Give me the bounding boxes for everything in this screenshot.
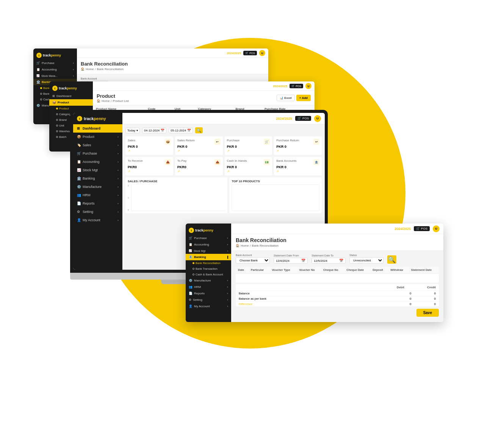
bank-balance-credit: 0 xyxy=(434,297,436,300)
front-sidebar-cash[interactable]: Cash & Bank Account xyxy=(186,272,231,277)
stat-card-purchase: Purchase 🛒 PKR 0 ↗ xyxy=(225,136,272,155)
sidebar-item-reports[interactable]: 📄 Reports › xyxy=(73,199,122,208)
dashboard-sidebar: t trackpenny ⊞ Dashboard 📦 Product › 🏷️ xyxy=(73,113,122,270)
sidebar-item-manufacture[interactable]: ⚙️ Manufacture › xyxy=(73,183,122,191)
stat-card-bank: Bank Accounts 🏦 PKR 0 ↗ xyxy=(274,157,322,175)
logo-text-back2: trackpenny xyxy=(59,86,77,90)
sidebar-item-purchase-back1[interactable]: 🛒 Purchase › xyxy=(33,60,77,66)
recon-col-withdraw: Withdraw xyxy=(388,267,409,274)
difference-credit: 0 xyxy=(434,302,436,306)
sidebar-item-sales[interactable]: 🏷️ Sales › xyxy=(73,141,122,149)
stat-card-to-receive: To Receive 📥 PKR0 ↗ xyxy=(125,157,173,175)
sidebar-item-accounting-back1[interactable]: 📋 Accounting › xyxy=(33,66,77,73)
stat-card-sales-return: Sales Return ↩ PKR 0 ↗ xyxy=(175,136,223,155)
sidebar-item-purchase[interactable]: 🛒 Purchase › xyxy=(73,149,122,158)
recon-col-voucher-type: Voucher Type xyxy=(269,267,297,274)
excel-button[interactable]: 📊Excel xyxy=(277,95,295,101)
front-page-title: Bank Reconciliation xyxy=(236,237,439,243)
sidebar-item-myaccount[interactable]: 👤 My Account › xyxy=(73,216,122,224)
date-from-input[interactable]: 04-12-2024 📅 xyxy=(142,128,166,133)
status-label: Status xyxy=(349,254,383,256)
front-sidebar-myaccount[interactable]: 👤 My Account › xyxy=(186,303,231,310)
logo-text: trackpenny xyxy=(43,53,61,57)
sidebar-item-stock[interactable]: 📈 Stock Mgt › xyxy=(73,166,122,174)
recon-col-particular: Particular xyxy=(249,267,269,274)
sidebar-product-back2[interactable]: 📦 Product xyxy=(49,99,93,106)
topbar-avatar-back1[interactable]: U xyxy=(259,50,265,56)
sidebar-item-hrm[interactable]: 👥 HRM › xyxy=(73,191,122,199)
debit-label: Debit xyxy=(397,286,404,289)
date-to-field[interactable] xyxy=(314,259,338,263)
topbar-year-main: 2024/2025 xyxy=(276,117,293,120)
sidebar-item-banking[interactable]: 🏦 Banking › xyxy=(73,174,122,183)
front-sidebar-accounting[interactable]: 📋 Accounting › xyxy=(186,241,231,248)
topbar-year-front: 2024/2025 xyxy=(395,227,411,231)
front-sidebar-bank-trans[interactable]: Bank Transaction xyxy=(186,266,231,272)
topbar-pos-back2[interactable]: 🛒POS xyxy=(290,84,303,88)
front-sidebar-purchase[interactable]: 🛒 Purchase › xyxy=(186,235,231,241)
date-from-field[interactable] xyxy=(276,259,301,263)
recon-col-deposit: Deposit xyxy=(370,267,388,274)
logo-dot-front: t xyxy=(189,228,194,233)
logo-text-front: trackpenny xyxy=(195,228,213,232)
sidebar-item-stock-back1[interactable]: 📈 Stock Mana... › xyxy=(33,73,77,79)
balance-credit: 0 xyxy=(434,292,436,295)
difference-debit: 0 xyxy=(410,302,411,306)
chart-area xyxy=(131,184,225,211)
logo-dot-main: t xyxy=(77,116,82,121)
topbar-year-back1: 2024/2025 xyxy=(227,52,241,55)
date-search-button[interactable]: 🔍 xyxy=(195,127,203,133)
sidebar-item-product[interactable]: 📦 Product › xyxy=(73,133,122,141)
front-sidebar-bank-recon[interactable]: Bank Reconciliation xyxy=(186,260,231,266)
status-select[interactable]: Unreconciled Reconciled xyxy=(349,257,383,264)
sales-purchase-chart: SALES / PURCHASE 2 1 0 xyxy=(125,177,227,213)
recon-col-cheque-date: Cheque Date xyxy=(344,267,370,274)
front-sidebar-hrm[interactable]: 👥 HRM › xyxy=(186,284,231,290)
stat-card-purchase-return: Purchase Return ↩ PKR 0 ↗ xyxy=(274,136,322,155)
topbar-avatar-main[interactable]: U xyxy=(314,115,321,122)
sidebar-item-setting[interactable]: ⚙ Setting › xyxy=(73,208,122,216)
sidebar-item-dashboard[interactable]: ⊞ Dashboard xyxy=(73,124,122,133)
front-sidebar-reports[interactable]: 📄 Reports › xyxy=(186,290,231,297)
page-title-back1: Bank Reconciliation xyxy=(81,61,265,67)
stats-grid-2: To Receive 📥 PKR0 ↗ To Pay 📤 xyxy=(125,157,322,175)
topbar-pos-back1[interactable]: 🛒POS xyxy=(243,51,257,55)
date-to-label: Statement Date To xyxy=(311,254,346,257)
topbar-year-back2: 2024/2025 xyxy=(273,84,287,88)
front-sidebar-setting[interactable]: ⚙ Setting › xyxy=(186,297,231,303)
topbar-avatar-back2[interactable]: U xyxy=(305,83,311,89)
screen-bank-recon-front: t trackpenny 🛒 Purchase › 📋 Accounting ›… xyxy=(186,224,443,322)
product-page-title: Product xyxy=(97,93,129,99)
credit-label: Credit xyxy=(427,286,436,289)
add-product-button[interactable]: + Add xyxy=(296,95,311,101)
front-sidebar-banking[interactable]: 🏦 Banking xyxy=(186,254,231,260)
stats-grid-1: Sales 📦 PKR 0 ↗ Sales Return ↩ xyxy=(125,136,322,155)
logo-dot-back2: t xyxy=(52,86,58,91)
recon-col-date: Date xyxy=(236,267,249,274)
breadcrumb-back1: 🏠 Home / Bank Reconciliation xyxy=(81,67,265,71)
stat-card-sales: Sales 📦 PKR 0 ↗ xyxy=(125,136,173,155)
difference-label: Difference xyxy=(239,302,252,306)
front-sidebar-manufacture[interactable]: ⚙️ Manufacture › xyxy=(186,277,231,284)
front-sidebar-stock[interactable]: 📈 Stock Mgt › xyxy=(186,248,231,254)
balance-label: Balance xyxy=(239,292,250,295)
sidebar-logo: t trackpenny xyxy=(73,113,122,124)
topbar-pos-front[interactable]: 🛒 POS xyxy=(414,226,430,231)
top-products-chart: TOP 10 PRODUCTS xyxy=(229,177,322,213)
sidebar-dashboard-back2[interactable]: ⊞ Dashboard xyxy=(49,93,93,99)
bank-account-select-front[interactable]: Choose Bank xyxy=(236,257,270,264)
bank-balance-debit: 0 xyxy=(410,297,411,300)
sidebar-item-accounting[interactable]: 📋 Accounting › xyxy=(73,158,122,166)
logo-dot: t xyxy=(36,53,42,58)
date-filter-select[interactable]: Today ▾ xyxy=(125,128,140,133)
recon-col-cheque-no: Cheque No xyxy=(321,267,344,274)
bank-balance-label: Balance as per bank xyxy=(239,297,266,300)
dashboard-topbar: 2024/2025 🛒 POS U xyxy=(122,113,325,124)
save-button[interactable]: Save xyxy=(416,309,439,317)
topbar-pos-main[interactable]: 🛒 POS xyxy=(295,116,311,121)
topbar-avatar-front[interactable]: U xyxy=(433,225,440,232)
date-from-label: Statement Date From xyxy=(274,254,308,257)
dashboard-body: Today ▾ 04-12-2024 📅 05-12-2024 📅 xyxy=(122,124,325,216)
date-to-input[interactable]: 05-12-2024 📅 xyxy=(169,128,193,133)
front-search-button[interactable]: 🔍 xyxy=(387,255,396,264)
